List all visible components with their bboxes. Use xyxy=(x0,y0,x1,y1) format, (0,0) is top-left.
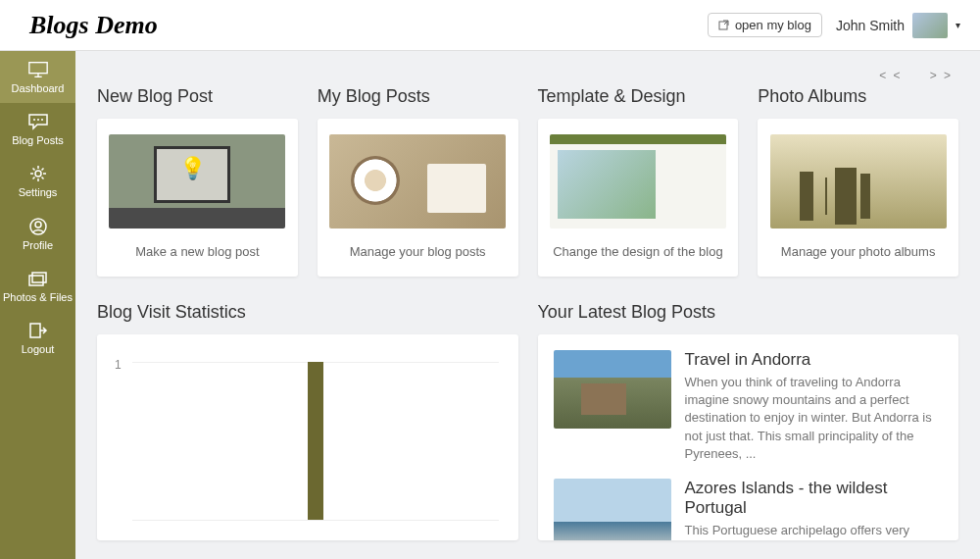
post-text: Travel in Andorra When you think of trav… xyxy=(685,350,944,463)
sidebar-item-settings[interactable]: Settings xyxy=(0,155,75,207)
sidebar-label: Logout xyxy=(22,343,55,356)
topbar-right: open my blog John Smith ▾ xyxy=(708,13,960,38)
carousel-prev[interactable]: < < xyxy=(879,69,902,82)
carousel-nav: < < > > xyxy=(97,69,958,82)
chart-area xyxy=(132,362,499,521)
stats-title: Blog Visit Statistics xyxy=(97,302,518,323)
latest-posts-section: Your Latest Blog Posts Travel in Andorra… xyxy=(538,302,959,540)
card-caption: Manage your blog posts xyxy=(350,244,486,259)
card-caption: Change the design of the blog xyxy=(553,244,722,259)
user-menu[interactable]: John Smith ▾ xyxy=(836,13,960,38)
card-body[interactable]: Manage your blog posts xyxy=(318,119,518,277)
sidebar: Dashboard Blog Posts Settings Profile Ph… xyxy=(0,51,75,559)
sidebar-label: Settings xyxy=(19,186,58,199)
caret-down-icon: ▾ xyxy=(956,20,960,30)
user-icon xyxy=(27,218,49,235)
card-body[interactable]: Change the design of the blog xyxy=(538,119,739,277)
sidebar-item-profile[interactable]: Profile xyxy=(0,208,75,260)
top-bar: Blogs Demo open my blog John Smith ▾ xyxy=(0,0,980,51)
svg-rect-11 xyxy=(32,273,46,282)
card-title: New Blog Post xyxy=(97,86,298,107)
gear-icon xyxy=(27,165,49,182)
svg-point-6 xyxy=(41,119,43,121)
external-link-icon xyxy=(718,20,730,31)
sidebar-item-photos-files[interactable]: Photos & Files xyxy=(0,260,75,312)
lower-row: Blog Visit Statistics 1 Your Latest Blog… xyxy=(97,302,958,540)
action-cards-row: New Blog Post Make a new blog post My Bl… xyxy=(97,86,958,277)
logo: Blogs Demo xyxy=(29,11,158,40)
sidebar-label: Dashboard xyxy=(12,82,65,95)
svg-rect-12 xyxy=(30,324,40,337)
post-text: Azores Islands - the wildest Portugal Th… xyxy=(685,479,944,540)
post-item[interactable]: Azores Islands - the wildest Portugal Th… xyxy=(554,479,944,540)
card-image xyxy=(550,134,726,229)
post-excerpt: When you think of traveling to Andorra i… xyxy=(685,374,944,463)
card-body[interactable]: Make a new blog post xyxy=(97,119,298,277)
card-caption: Make a new blog post xyxy=(135,244,259,259)
card-image xyxy=(109,134,285,229)
post-excerpt: This Portuguese archipelago offers very … xyxy=(685,522,944,540)
card-title: Photo Albums xyxy=(758,86,958,107)
latest-posts-title: Your Latest Blog Posts xyxy=(538,302,959,323)
post-title: Azores Islands - the wildest Portugal xyxy=(685,479,944,518)
sidebar-label: Profile xyxy=(23,239,53,252)
card-caption: Manage your photo albums xyxy=(781,244,936,259)
chart-bar xyxy=(308,362,323,520)
card-new-blog-post: New Blog Post Make a new blog post xyxy=(97,86,298,277)
card-image xyxy=(329,134,506,229)
card-image xyxy=(770,134,947,229)
stats-chart: 1 xyxy=(97,334,518,540)
svg-point-4 xyxy=(33,119,35,121)
post-item[interactable]: Travel in Andorra When you think of trav… xyxy=(554,350,944,463)
post-thumbnail xyxy=(554,350,671,429)
main-content: < < > > New Blog Post Make a new blog po… xyxy=(75,51,980,559)
sidebar-item-dashboard[interactable]: Dashboard xyxy=(0,51,75,103)
sidebar-label: Blog Posts xyxy=(12,134,64,147)
chart-y-tick: 1 xyxy=(115,358,122,372)
avatar xyxy=(912,13,948,38)
sidebar-item-logout[interactable]: Logout xyxy=(0,312,75,364)
open-my-blog-button[interactable]: open my blog xyxy=(708,13,822,37)
post-thumbnail xyxy=(554,479,671,540)
sidebar-item-blog-posts[interactable]: Blog Posts xyxy=(0,103,75,155)
user-name: John Smith xyxy=(836,18,905,33)
card-my-blog-posts: My Blog Posts Manage your blog posts xyxy=(318,86,518,277)
chat-icon xyxy=(27,113,49,130)
stats-section: Blog Visit Statistics 1 xyxy=(97,302,518,540)
open-blog-label: open my blog xyxy=(735,18,811,32)
svg-rect-10 xyxy=(29,276,43,285)
post-title: Travel in Andorra xyxy=(685,350,944,370)
logout-icon xyxy=(27,322,49,339)
stack-icon xyxy=(27,270,49,287)
card-template-design: Template & Design Change the design of t… xyxy=(538,86,739,277)
monitor-icon xyxy=(27,61,49,78)
svg-point-7 xyxy=(35,171,41,177)
card-body[interactable]: Manage your photo albums xyxy=(758,119,958,277)
card-title: Template & Design xyxy=(538,86,739,107)
sidebar-label: Photos & Files xyxy=(3,291,73,304)
card-title: My Blog Posts xyxy=(318,86,518,107)
svg-point-5 xyxy=(37,119,39,121)
latest-posts-list: Travel in Andorra When you think of trav… xyxy=(538,334,959,540)
card-photo-albums: Photo Albums Manage your photo albums xyxy=(758,86,958,277)
carousel-next[interactable]: > > xyxy=(930,69,953,82)
svg-rect-1 xyxy=(28,63,46,74)
svg-point-9 xyxy=(35,222,41,228)
